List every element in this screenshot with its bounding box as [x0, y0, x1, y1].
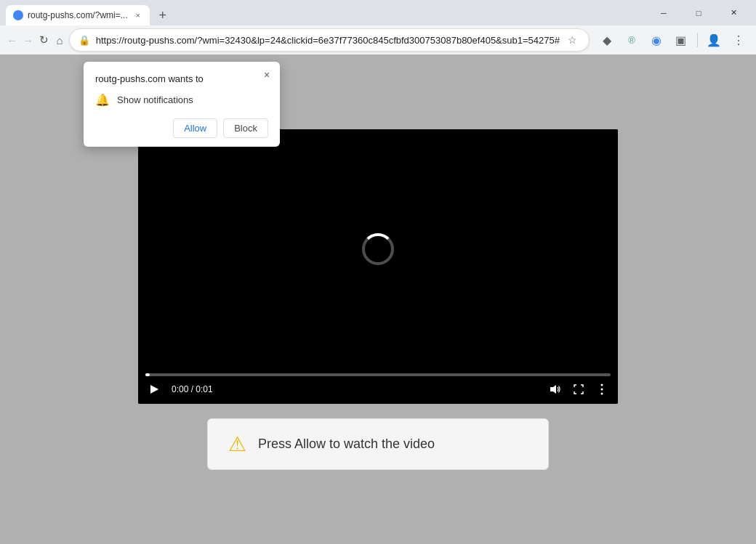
extension-icon-1[interactable]: ◆ — [595, 28, 619, 52]
warning-text: Press Allow to watch the video — [258, 437, 435, 452]
svg-marker-1 — [150, 385, 158, 394]
right-controls — [547, 381, 611, 398]
notification-buttons: Allow Block — [95, 118, 268, 138]
svg-marker-2 — [550, 385, 556, 394]
tab-close-button[interactable]: × — [132, 9, 144, 21]
notification-close-button[interactable]: × — [260, 68, 274, 82]
address-bar-icons: ☆ — [566, 33, 580, 47]
time-display: 0:00 / 0:01 — [172, 384, 213, 394]
play-button[interactable] — [145, 381, 163, 398]
profile-icon[interactable]: 👤 — [702, 28, 725, 52]
video-controls: 0:00 / 0:01 — [138, 369, 618, 404]
svg-point-4 — [601, 388, 603, 390]
svg-point-3 — [601, 383, 603, 386]
address-bar[interactable]: 🔒 https://routg-pushs.com/?wmi=32430&lp=… — [69, 28, 590, 52]
page-content: × routg-pushs.com wants to 🔔 Show notifi… — [0, 54, 756, 544]
bookmark-icon[interactable]: ☆ — [566, 33, 580, 47]
lock-icon: 🔒 — [79, 35, 90, 46]
more-options-button[interactable] — [593, 381, 611, 398]
maximize-button[interactable]: □ — [682, 0, 715, 25]
notification-permission-text: Show notifications — [117, 94, 193, 105]
controls-row: 0:00 / 0:01 — [145, 381, 611, 398]
tab-title: routg-pushs.com/?wmi=... — [28, 10, 128, 20]
extension-icon-4[interactable]: ▣ — [669, 28, 693, 52]
forward-icon: → — [23, 34, 33, 46]
progress-fill — [145, 373, 150, 376]
refresh-button[interactable]: ↻ — [37, 28, 50, 52]
refresh-icon: ↻ — [39, 33, 49, 46]
extension-icon-2[interactable]: ® — [620, 28, 643, 52]
window-controls: ─ □ ✕ — [647, 0, 750, 25]
navigation-bar: ← → ↻ ⌂ 🔒 https://routg-pushs.com/?wmi=3… — [0, 25, 756, 54]
block-button[interactable]: Block — [223, 118, 268, 138]
toolbar-icons: ◆ ® ◉ ▣ 👤 ⋮ — [595, 28, 750, 52]
tab-bar: routg-pushs.com/?wmi=... × + — [6, 0, 638, 25]
svg-point-5 — [601, 392, 603, 394]
menu-icon[interactable]: ⋮ — [727, 28, 750, 52]
video-player: 0:00 / 0:01 — [138, 129, 618, 404]
home-icon: ⌂ — [56, 34, 63, 46]
forward-button[interactable]: → — [22, 28, 35, 52]
browser-tab[interactable]: routg-pushs.com/?wmi=... × — [6, 5, 150, 25]
home-button[interactable]: ⌂ — [53, 28, 66, 52]
fullscreen-button[interactable] — [570, 381, 587, 398]
notification-permission-row: 🔔 Show notifications — [95, 93, 268, 107]
video-area[interactable] — [138, 129, 618, 369]
volume-button[interactable] — [547, 381, 564, 398]
close-button[interactable]: ✕ — [717, 0, 750, 25]
chrome-browser-window: routg-pushs.com/?wmi=... × + ─ □ ✕ ← → ↻… — [0, 0, 756, 544]
progress-bar[interactable] — [145, 373, 611, 376]
notification-popup-title: routg-pushs.com wants to — [95, 73, 268, 84]
url-display: https://routg-pushs.com/?wmi=32430&lp=24… — [96, 35, 560, 46]
notification-popup: × routg-pushs.com wants to 🔔 Show notifi… — [84, 62, 280, 147]
loading-spinner — [362, 233, 394, 265]
bell-icon: 🔔 — [95, 93, 110, 107]
allow-button[interactable]: Allow — [173, 118, 217, 138]
new-tab-button[interactable]: + — [153, 5, 173, 25]
extension-icon-3[interactable]: ◉ — [645, 28, 668, 52]
back-button[interactable]: ← — [6, 28, 19, 52]
warning-banner: ⚠ Press Allow to watch the video — [207, 418, 549, 470]
title-bar: routg-pushs.com/?wmi=... × + ─ □ ✕ — [0, 0, 756, 25]
tab-favicon — [13, 10, 23, 20]
svg-point-0 — [15, 12, 22, 19]
minimize-button[interactable]: ─ — [647, 0, 680, 25]
warning-icon: ⚠ — [228, 432, 246, 456]
back-icon: ← — [7, 34, 17, 46]
divider — [697, 33, 698, 47]
